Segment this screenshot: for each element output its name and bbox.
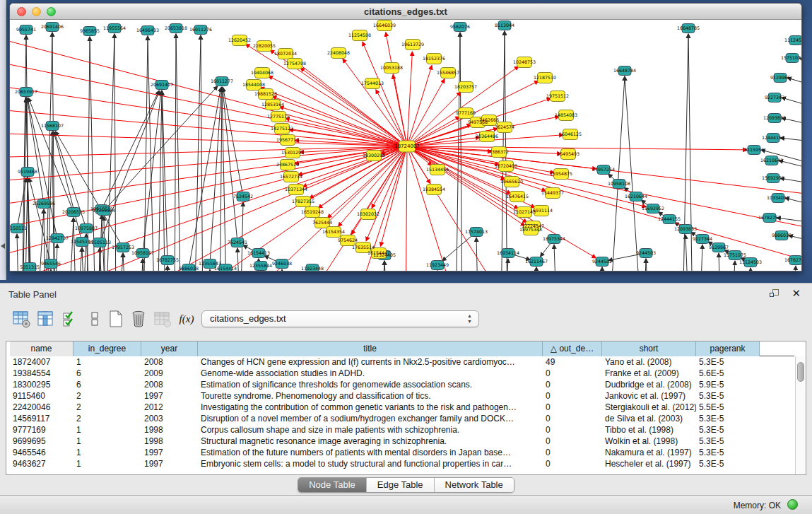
tab-node-table[interactable]: Node Table <box>298 478 367 492</box>
cell-out_degree: 0 <box>543 413 602 424</box>
scrollbar-thumb[interactable] <box>797 362 804 382</box>
graph-node-label: 17957254 <box>592 167 615 172</box>
table-row[interactable]: 946554611997Estimation of the future num… <box>10 447 794 458</box>
network-view[interactable]: 9055741206914069365855119555641649643320… <box>10 20 801 271</box>
float-panel-icon[interactable] <box>770 289 781 299</box>
graph-node-label: 17635514 <box>352 245 375 250</box>
column-header-year[interactable]: year <box>141 341 198 356</box>
column-header-name[interactable]: name <box>10 341 73 356</box>
graph-node-label: 22820055 <box>253 43 276 48</box>
cell-in_degree: 1 <box>73 436 141 447</box>
graph-edge <box>406 146 407 271</box>
graph-edge <box>384 261 388 271</box>
cell-short: Tibbo et al. (1998) <box>602 424 696 436</box>
graph-edge <box>194 35 201 271</box>
cell-year: 2008 <box>141 356 198 368</box>
graph-edge <box>100 90 160 243</box>
graph-node-label: 16154413 <box>247 250 270 255</box>
table-row[interactable]: 969969511998Structural magnetic resonanc… <box>10 436 794 447</box>
vertical-scrollbar[interactable] <box>795 356 806 474</box>
cell-title: Genome-wide association studies in ADHD. <box>198 368 543 379</box>
graph-node-label: 19404068 <box>251 70 273 75</box>
cell-name: 14569117 <box>10 413 73 424</box>
graph-edge <box>393 75 407 146</box>
table-select-dropdown[interactable]: citations_edges.txt ▲▼ <box>201 310 479 327</box>
tab-edge-table[interactable]: Edge Table <box>367 478 435 492</box>
cell-name: 9777169 <box>10 424 73 436</box>
new-column-icon[interactable] <box>106 309 126 329</box>
table-toolbar: f(x) citations_edges.txt ▲▼ <box>7 309 806 332</box>
table-row[interactable]: 1872400712008Changes of HCN gene express… <box>10 356 794 368</box>
table-row[interactable]: 1456911722003Disruption of a novel membe… <box>10 413 794 424</box>
delete-table-icon[interactable] <box>153 309 172 329</box>
table-row[interactable]: 977716911998Corpus callosum shape and si… <box>10 424 794 436</box>
table-mode-icon[interactable] <box>11 309 31 329</box>
column-header-short[interactable]: short <box>602 341 696 356</box>
cell-year: 1997 <box>141 447 198 458</box>
graph-node-label: 7462666 <box>479 117 499 122</box>
graph-edge <box>505 259 508 271</box>
table-row[interactable]: 1830029562008Estimation of significance … <box>10 379 794 390</box>
graph-node-label: 8113044 <box>495 23 514 28</box>
cell-in_degree: 2 <box>73 390 141 402</box>
delete-column-icon[interactable] <box>129 309 148 329</box>
graph-node-label: 18203757 <box>454 84 477 89</box>
function-builder-icon[interactable]: f(x) <box>177 309 196 329</box>
graph-node-label: 15751075 <box>724 252 746 257</box>
graph-node-label: 12775175 <box>267 114 290 119</box>
minimize-window-button[interactable] <box>32 7 41 16</box>
graph-node-label: 16782755 <box>156 257 179 262</box>
graph-node-label: 9129966 <box>770 75 790 80</box>
table-row[interactable]: 2242004622012Investigating the contribut… <box>10 402 794 413</box>
network-window-titlebar[interactable]: citations_edges.txt <box>10 4 801 20</box>
column-header-in_degree[interactable]: in_degree <box>73 341 141 356</box>
graph-edge <box>104 86 218 211</box>
graph-node-label: 19751512 <box>546 93 569 98</box>
close-panel-icon[interactable]: ✕ <box>792 287 801 300</box>
network-canvas[interactable]: 9055741206914069365855119555641649643320… <box>10 20 801 271</box>
graph-node-label: 10958107 <box>131 250 154 255</box>
table-panel-title: Table Panel <box>8 289 57 300</box>
tab-network-table[interactable]: Network Table <box>435 478 514 492</box>
graph-edge <box>210 269 213 271</box>
graph-edge <box>686 235 689 271</box>
graph-node-label: 15546857 <box>437 70 459 75</box>
graph-edge <box>731 261 735 271</box>
split-pane-divider[interactable] <box>0 0 6 280</box>
graph-node-label: 18300295 <box>363 153 385 158</box>
table-row[interactable]: 1938455462009Genome-wide association stu… <box>10 368 794 379</box>
graph-node-label: 18544008 <box>242 82 265 87</box>
table-panel: Table Panel ✕ <box>0 283 812 495</box>
cell-out_degree: 0 <box>543 436 602 447</box>
column-header-pagerank[interactable]: pagerank <box>696 341 760 356</box>
cell-year: 2009 <box>141 368 198 379</box>
graph-node-label: 12444154 <box>762 135 784 140</box>
table-row[interactable]: 911546021997Tourette syndrome. Phenomeno… <box>10 390 794 402</box>
close-window-button[interactable] <box>17 7 26 16</box>
table-row[interactable]: 946362711997Embryonic stem cells: a mode… <box>10 458 794 469</box>
graph-edge <box>220 87 222 271</box>
network-window: citations_edges.txt 9055741206 <box>9 3 802 271</box>
column-header-out_degree[interactable]: △ out_de… <box>543 341 602 356</box>
row-height-icon[interactable] <box>85 309 105 329</box>
graph-node-label: 15495493 <box>557 151 579 156</box>
cell-pagerank: 5.6E-5 <box>696 368 760 379</box>
collapse-arrow-icon[interactable] <box>1 243 5 249</box>
graph-edge <box>407 146 801 232</box>
select-columns-icon[interactable] <box>61 309 81 329</box>
graph-node-label: 10665620 <box>500 179 523 184</box>
cell-pagerank: 5.3E-5 <box>696 390 760 402</box>
cell-name: 9115460 <box>10 390 73 402</box>
zoom-window-button[interactable] <box>47 7 56 16</box>
column-header-title[interactable]: title <box>198 341 543 356</box>
graph-edge <box>10 108 407 146</box>
graph-node-label: 22408048 <box>327 50 350 55</box>
graph-edge <box>17 178 26 228</box>
status-bar: Memory: OK <box>0 495 812 514</box>
cell-in_degree: 1 <box>73 458 141 469</box>
graph-node-label: 11124503 <box>739 259 762 264</box>
graph-edge <box>167 266 172 271</box>
graph-node-label: 20691406 <box>41 24 64 29</box>
show-columns-icon[interactable] <box>35 309 55 329</box>
graph-edge <box>407 66 519 146</box>
